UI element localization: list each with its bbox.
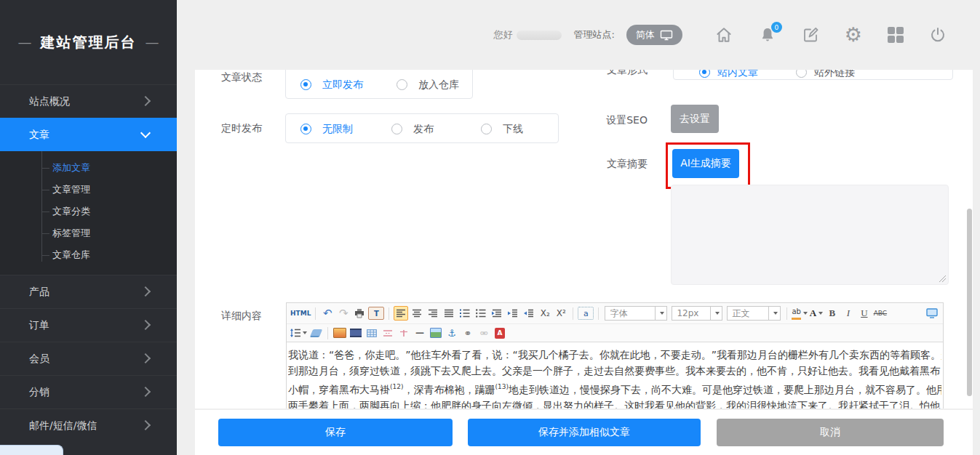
radio-external-link-label[interactable]: 站外链接 (814, 70, 855, 79)
save-button[interactable]: 保存 (218, 419, 453, 446)
paste-as-text-icon[interactable]: T (368, 307, 384, 320)
chevron-down-icon (140, 128, 151, 138)
chevron-right-icon (140, 286, 151, 297)
superscript-icon[interactable]: X² (554, 306, 568, 321)
greeting-text: 您好 (493, 28, 512, 41)
scrollbar-thumb[interactable] (967, 209, 972, 396)
align-center-icon[interactable] (410, 306, 424, 321)
radio-offline[interactable] (481, 124, 492, 134)
sidebar-item-label: 会员 (29, 353, 49, 366)
anchor-icon[interactable]: ⚓ (445, 326, 459, 340)
sidebar-item-articles[interactable]: 文章 (0, 118, 177, 151)
radio-external-link[interactable] (796, 70, 807, 78)
radio-publish-now[interactable] (300, 79, 311, 90)
outdent-icon[interactable] (522, 306, 536, 321)
fullscreen-icon[interactable] (925, 306, 939, 321)
home-icon[interactable] (714, 25, 733, 44)
radio-publish-now-label[interactable]: 立即发布 (322, 77, 363, 92)
radio-to-warehouse[interactable] (397, 79, 407, 90)
radio-to-warehouse-label[interactable]: 放入仓库 (418, 77, 459, 92)
insert-table-icon[interactable] (364, 326, 379, 340)
redo-icon[interactable]: ↷ (336, 306, 351, 321)
column-break-icon[interactable] (397, 326, 411, 340)
italic-icon[interactable]: I (841, 306, 856, 321)
editor-text-line: 我说道：“爸爸，你走吧。”他往车外看了看，说：“我买几个橘子去。你就在此地，不要… (288, 347, 941, 363)
articles-submenu: 添加文章 文章管理 文章分类 标签管理 文章仓库 (0, 151, 177, 275)
pdf-attach-icon[interactable]: A (493, 326, 507, 340)
text-indent-icon[interactable] (490, 306, 504, 321)
sidebar-item-orders[interactable]: 订单 (0, 308, 177, 342)
highlight-color-icon[interactable]: ab (792, 306, 807, 321)
screen: — 建站管理后台 — 站点概况 文章 添加文章 文章管理 文章分类 标签管理 文… (0, 0, 980, 455)
sidebar-item-products[interactable]: 产品 (0, 275, 177, 308)
unlink-icon[interactable]: ⚮ (477, 326, 491, 340)
align-justify-icon[interactable] (442, 306, 456, 321)
rich-text-editor: HTML ↶ ↷ T (286, 302, 944, 408)
underline-icon[interactable]: U (857, 306, 872, 321)
sidebar-subitem-article-warehouse[interactable]: 文章仓库 (0, 244, 177, 266)
sidebar-subitem-article-category[interactable]: 文章分类 (0, 201, 177, 222)
apps-grid-icon[interactable] (888, 27, 904, 43)
sidebar-subitem-tag-manage[interactable]: 标签管理 (0, 222, 177, 244)
paragraph-format-select[interactable]: 正文 (727, 306, 781, 321)
radio-publish-label[interactable]: 发布 (413, 121, 434, 136)
font-size-select[interactable]: 12px (672, 306, 722, 321)
subscript-icon[interactable]: X₂ (538, 306, 552, 321)
sidebar-item-members[interactable]: 会员 (0, 342, 177, 375)
html-source-button[interactable]: HTML (290, 306, 311, 321)
char-border-icon[interactable]: a (578, 307, 594, 320)
sidebar-subitem-article-manage[interactable]: 文章管理 (0, 179, 177, 201)
resize-handle[interactable] (939, 275, 946, 282)
corner-popup (0, 445, 63, 455)
editor-content[interactable]: 我说道：“爸爸，你走吧。”他往车外看了看，说：“我买几个橘子去。你就在此地，不要… (287, 342, 943, 408)
strikethrough-icon[interactable]: ABC (873, 306, 888, 321)
language-switch-button[interactable]: 简体 (626, 25, 682, 45)
seo-setup-button[interactable]: 去设置 (671, 105, 719, 133)
radio-internal-article[interactable] (699, 70, 710, 78)
radio-offline-label[interactable]: 下线 (503, 121, 523, 136)
font-family-select[interactable]: 字体 (605, 306, 667, 321)
chevron-right-icon (140, 96, 151, 106)
font-color-icon[interactable]: A (809, 306, 824, 321)
insert-map-icon[interactable] (429, 326, 443, 340)
radio-internal-article-label[interactable]: 站内文章 (717, 70, 758, 79)
radio-no-limit[interactable] (300, 124, 311, 134)
format-eraser-icon[interactable] (308, 326, 323, 340)
ordered-list-icon[interactable] (458, 306, 472, 321)
timing-label: 定时发布 (195, 121, 262, 135)
language-label: 简体 (636, 28, 655, 41)
sidebar-item-label: 产品 (29, 286, 49, 299)
insert-image-icon[interactable] (332, 326, 347, 340)
horizontal-rule-icon[interactable]: — (413, 326, 427, 340)
chevron-right-icon (140, 387, 151, 397)
page-break-icon[interactable] (381, 326, 395, 340)
radio-no-limit-label[interactable]: 无限制 (322, 121, 353, 136)
logout-power-icon[interactable] (929, 26, 947, 44)
settings-gear-icon[interactable]: ⚙ (845, 26, 862, 44)
undo-icon[interactable]: ↶ (320, 306, 335, 321)
insert-video-icon[interactable] (348, 326, 363, 340)
indent-icon[interactable] (506, 306, 520, 321)
print-icon[interactable] (352, 306, 367, 321)
edit-post-icon[interactable] (802, 26, 819, 44)
align-left-icon[interactable] (394, 306, 408, 321)
link-icon[interactable]: ⚭ (461, 326, 475, 340)
sidebar-item-mail-sms-wechat[interactable]: 邮件/短信/微信 (0, 408, 177, 442)
ai-generate-summary-button[interactable]: AI生成摘要 (672, 149, 739, 178)
bold-icon[interactable]: B (825, 306, 840, 321)
cancel-button[interactable]: 取消 (717, 419, 944, 446)
line-height-icon[interactable] (290, 326, 307, 340)
unordered-list-icon[interactable] (474, 306, 488, 321)
chevron-right-icon (140, 353, 151, 363)
radio-publish[interactable] (391, 124, 402, 134)
align-right-icon[interactable] (426, 306, 440, 321)
sidebar-item-distribution[interactable]: 分销 (0, 375, 177, 408)
sidebar-subitem-add-article[interactable]: 添加文章 (0, 157, 177, 179)
summary-textarea[interactable] (671, 185, 949, 285)
save-and-add-similar-button[interactable]: 保存并添加相似文章 (468, 419, 701, 446)
sidebar-item-label: 订单 (29, 319, 49, 332)
detail-content-label: 详细内容 (195, 308, 262, 323)
sidebar-item-site-overview[interactable]: 站点概况 (0, 84, 177, 118)
chevron-right-icon (140, 420, 151, 430)
notifications-bell-icon[interactable]: 0 (759, 26, 776, 44)
